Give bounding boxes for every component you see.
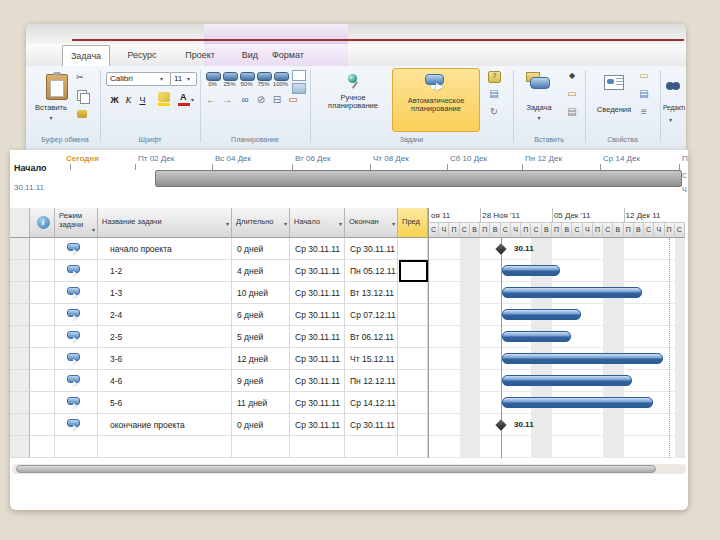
filter-arrow-icon[interactable]: ▾: [339, 213, 342, 235]
cell-name[interactable]: 3-6: [98, 348, 232, 370]
scrollbar-thumb[interactable]: [16, 465, 656, 473]
tab-task[interactable]: Задача: [62, 45, 110, 66]
cell-mode[interactable]: [55, 414, 98, 436]
cell-blank[interactable]: [10, 348, 30, 370]
auto-schedule-mode-icon[interactable]: [67, 265, 82, 277]
cell-blank[interactable]: [30, 414, 55, 436]
cell-mode[interactable]: [55, 260, 98, 282]
auto-schedule-mode-icon[interactable]: [67, 331, 82, 343]
editing-dropdown-icon[interactable]: ▾: [669, 116, 672, 123]
font-color-button[interactable]: А: [178, 92, 192, 107]
font-color-dropdown-icon[interactable]: ▾: [191, 96, 194, 103]
cell-blank[interactable]: [10, 392, 30, 414]
cell-blank[interactable]: [30, 326, 55, 348]
task-name-header[interactable]: Название задачи ▾: [98, 208, 232, 238]
unlink-tasks-icon[interactable]: ⊘: [254, 94, 268, 106]
task-mode-icon[interactable]: ↻: [488, 106, 500, 118]
timeline-pane[interactable]: Начало 30.11.11 Сегодня Пт 02 ДекВс 04 Д…: [10, 150, 688, 209]
task-mode-header[interactable]: Режим задачи ▾: [55, 208, 98, 238]
cell-blank[interactable]: [10, 414, 30, 436]
cell-blank[interactable]: [30, 238, 55, 260]
bold-button[interactable]: Ж: [108, 94, 121, 107]
link-tasks-icon[interactable]: ∞: [238, 94, 252, 106]
cut-icon[interactable]: ✂: [76, 72, 84, 82]
cell-blank[interactable]: [30, 392, 55, 414]
notes-icon[interactable]: ▭: [638, 70, 650, 82]
cell-start[interactable]: Ср 30.11.11: [290, 370, 345, 392]
cell-mode[interactable]: [55, 392, 98, 414]
add-to-timeline-icon[interactable]: ≡: [638, 106, 650, 118]
cell-name[interactable]: начало проекта: [98, 238, 232, 260]
cell-blank[interactable]: [10, 238, 30, 260]
horizontal-scrollbar[interactable]: [12, 464, 686, 474]
mark-on-track-icon[interactable]: [292, 70, 306, 81]
insert-task-button[interactable]: Задача ▾: [518, 68, 560, 130]
italic-button[interactable]: К: [122, 94, 135, 107]
cell-blank[interactable]: [10, 326, 30, 348]
gantt-task-bar[interactable]: [502, 331, 571, 342]
indicators-header[interactable]: i: [30, 208, 55, 238]
timeline-span-bar[interactable]: [155, 170, 682, 187]
cell-duration[interactable]: 4 дней: [232, 260, 290, 282]
cell-finish[interactable]: Пн 12.12.11: [345, 370, 398, 392]
cell-start[interactable]: Ср 30.11.11: [290, 392, 345, 414]
cell-finish[interactable]: Ср 30.11.11: [345, 238, 398, 260]
respect-links-icon[interactable]: [292, 83, 306, 94]
cell-name[interactable]: окончание проекта: [98, 414, 232, 436]
insert-deliverable-icon[interactable]: ▤: [566, 106, 578, 118]
cell-mode[interactable]: [55, 304, 98, 326]
milestone-diamond-icon[interactable]: [495, 243, 506, 254]
cell-duration[interactable]: 0 дней: [232, 238, 290, 260]
insert-task-dropdown-icon[interactable]: ▾: [518, 114, 560, 121]
cell-finish[interactable]: Ср 14.12.11: [345, 392, 398, 414]
cell-mode[interactable]: [55, 282, 98, 304]
highlight-color-button[interactable]: [158, 94, 172, 107]
indent-task-icon[interactable]: →: [220, 94, 234, 106]
finish-header[interactable]: Окончан ▾: [345, 208, 398, 238]
selected-cell[interactable]: [399, 260, 428, 282]
font-size-dropdown-icon[interactable]: ▾: [187, 75, 190, 82]
cell-blank[interactable]: [30, 260, 55, 282]
cell-pred[interactable]: [398, 282, 428, 304]
cell-start[interactable]: Ср 30.11.11: [290, 304, 345, 326]
percent-50%-icon[interactable]: [240, 72, 255, 81]
details-icon[interactable]: ▤: [638, 88, 650, 100]
filter-arrow-icon[interactable]: ▾: [226, 213, 229, 235]
start-header[interactable]: Начало ▾: [290, 208, 345, 238]
cell-mode[interactable]: [55, 370, 98, 392]
cell-pred[interactable]: [398, 238, 428, 260]
cell-start[interactable]: Ср 30.11.11: [290, 260, 345, 282]
move-task-icon[interactable]: ▤: [488, 88, 500, 100]
auto-schedule-button[interactable]: Автоматическое планирование: [392, 68, 480, 132]
cell-finish[interactable]: Пн 05.12.11: [345, 260, 398, 282]
cell-mode[interactable]: [55, 326, 98, 348]
tab-project[interactable]: Проект: [176, 45, 224, 65]
gantt-task-bar[interactable]: [502, 309, 581, 320]
cell-pred[interactable]: [398, 304, 428, 326]
filter-arrow-icon[interactable]: ▾: [392, 213, 395, 235]
cell-name[interactable]: 1-3: [98, 282, 232, 304]
inactivate-task-icon[interactable]: ▭: [286, 94, 300, 106]
gantt-task-bar[interactable]: [502, 265, 560, 276]
cell-start[interactable]: Ср 30.11.11: [290, 282, 345, 304]
gantt-task-bar[interactable]: [502, 397, 653, 408]
cell-finish[interactable]: Ср 07.12.11: [345, 304, 398, 326]
tab-resource[interactable]: Ресурс: [118, 45, 166, 65]
cell-duration[interactable]: 11 дней: [232, 392, 290, 414]
format-painter-icon[interactable]: [77, 110, 87, 118]
cell-finish[interactable]: Чт 15.12.11: [345, 348, 398, 370]
paste-button[interactable]: Вставить ▾: [32, 68, 70, 130]
auto-schedule-mode-icon[interactable]: [67, 419, 82, 431]
cell-name[interactable]: 1-2: [98, 260, 232, 282]
manual-schedule-button[interactable]: Ручное планирование: [318, 68, 388, 130]
editing-button[interactable]: Редактиров ▾: [663, 68, 685, 130]
cell-name[interactable]: 2-5: [98, 326, 232, 348]
inspect-task-icon[interactable]: ?: [488, 71, 501, 83]
cell-pred[interactable]: [398, 348, 428, 370]
gantt-task-bar[interactable]: [502, 353, 663, 364]
cell-blank[interactable]: [10, 260, 30, 282]
cell-name[interactable]: 2-4: [98, 304, 232, 326]
cell-blank[interactable]: [10, 304, 30, 326]
split-task-icon[interactable]: ⊟: [270, 94, 284, 106]
cell-duration[interactable]: 10 дней: [232, 282, 290, 304]
